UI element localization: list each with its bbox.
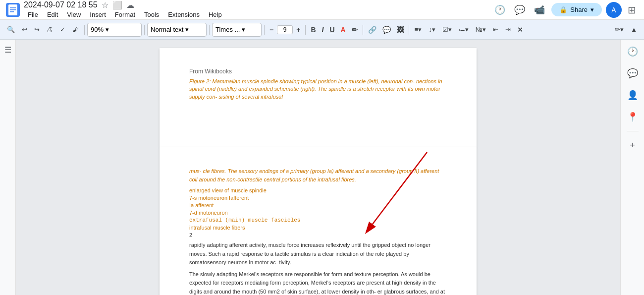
underline-button[interactable]: U bbox=[327, 24, 337, 36]
toolbar-separator-7 bbox=[409, 25, 409, 35]
toolbar-separator-2 bbox=[144, 25, 145, 35]
toolbar-separator-5 bbox=[305, 25, 306, 35]
redo-button[interactable]: ↪ bbox=[31, 24, 43, 35]
text-color-button[interactable]: A bbox=[338, 24, 348, 36]
highlight-button[interactable]: ✏ bbox=[349, 24, 360, 36]
indent-more-button[interactable]: ⇥ bbox=[502, 24, 514, 35]
left-panel: ☰ bbox=[0, 40, 16, 295]
menu-tools[interactable]: Tools bbox=[140, 10, 163, 19]
title-info: 2024-09-07 02 18 55 ☆ ⬜ ☁ File Edit View… bbox=[24, 0, 488, 19]
font-size-increase-button[interactable]: + bbox=[294, 24, 303, 36]
style-dropdown-icon: ▾ bbox=[185, 26, 189, 33]
clear-format-button[interactable]: ✕ bbox=[515, 24, 526, 36]
menu-insert[interactable]: Insert bbox=[86, 10, 110, 19]
align-button[interactable]: ≡▾ bbox=[412, 24, 425, 35]
zoom-value: 90% bbox=[91, 26, 104, 33]
share-label: Share bbox=[570, 6, 588, 13]
page-2[interactable]: mus- cle fibres. The sensory endings of … bbox=[160, 147, 477, 295]
italic-button[interactable]: I bbox=[320, 24, 326, 36]
menu-edit[interactable]: Edit bbox=[43, 10, 62, 19]
toolbar: 🔍 ↩ ↪ 🖨 ✓ 🖌 90% ▾ Normal text ▾ Times ..… bbox=[0, 20, 644, 40]
menu-help[interactable]: Help bbox=[205, 10, 226, 19]
sidebar-maps-icon[interactable]: 📍 bbox=[625, 109, 641, 125]
attribution-text: From Wikibooks bbox=[189, 68, 447, 75]
line-spacing-button[interactable]: ↕▾ bbox=[426, 24, 438, 35]
paragraph-2: The slowly adapting Merkel's receptors a… bbox=[189, 270, 447, 295]
list-item-4: 7-d motoneuron bbox=[189, 210, 447, 216]
checklist-button[interactable]: ☑▾ bbox=[439, 24, 455, 35]
font-size-control: − + bbox=[267, 24, 303, 36]
sidebar-add-icon[interactable]: + bbox=[625, 137, 641, 153]
comments-button[interactable]: 💬 bbox=[512, 2, 528, 17]
font-size-input[interactable] bbox=[277, 25, 293, 34]
app-icon bbox=[6, 3, 20, 17]
list-item-2: 7-s motoneuron Iafferent bbox=[189, 195, 447, 201]
avatar[interactable]: A bbox=[606, 2, 622, 18]
share-button[interactable]: 🔒 Share ▾ bbox=[551, 3, 602, 16]
style-dropdown[interactable]: Normal text ▾ bbox=[147, 23, 207, 37]
link-button[interactable]: 🔗 bbox=[366, 24, 379, 36]
zoom-dropdown-icon: ▾ bbox=[106, 26, 109, 33]
list-item-1: enlarged view of muscle spindle bbox=[189, 187, 447, 193]
collapse-toolbar-button[interactable]: ▲ bbox=[628, 24, 640, 35]
numbered-list-button[interactable]: №▾ bbox=[473, 24, 489, 35]
zoom-dropdown[interactable]: 90% ▾ bbox=[87, 23, 142, 37]
title-actions: 🕐 💬 📹 🔒 Share ▾ A ⊞ bbox=[492, 2, 638, 18]
image-button[interactable]: 🖼 bbox=[394, 24, 406, 36]
sidebar-meet-icon[interactable]: 👤 bbox=[625, 87, 641, 103]
svg-rect-3 bbox=[10, 11, 14, 12]
page-1[interactable]: From Wikibooks Figure 2: Mammalian muscl… bbox=[160, 48, 477, 147]
sidebar-chat-icon[interactable]: 💬 bbox=[625, 65, 641, 81]
print-button[interactable]: 🖨 bbox=[44, 24, 56, 35]
menu-format[interactable]: Format bbox=[111, 10, 139, 19]
main-area: ☰ ←2 · ←1 · | · 1 · 2 · 3 · 4 · 5 · 6 · … bbox=[0, 40, 644, 295]
svg-rect-1 bbox=[10, 7, 16, 8]
ruler: ←2 · ←1 · | · 1 · 2 · 3 · 4 · 5 · 6 · 7 … bbox=[160, 48, 477, 48]
document-area[interactable]: ←2 · ←1 · | · 1 · 2 · 3 · 4 · 5 · 6 · 7 … bbox=[16, 40, 620, 295]
menu-file[interactable]: File bbox=[24, 10, 42, 19]
history-button[interactable]: 🕐 bbox=[492, 2, 508, 17]
folder-icon[interactable]: ⬜ bbox=[112, 0, 122, 10]
lock-icon: 🔒 bbox=[559, 6, 567, 13]
list-item-5: extrafusal (main) muscle fascicles bbox=[189, 217, 447, 223]
font-family-dropdown-icon: ▾ bbox=[242, 26, 245, 33]
edit-mode-button[interactable]: ✏▾ bbox=[612, 24, 627, 35]
toolbar-separator-1 bbox=[84, 25, 85, 35]
list-item-6: intrafusal muscle fibers bbox=[189, 225, 447, 231]
bold-button[interactable]: B bbox=[308, 24, 318, 36]
bullet-list-button[interactable]: ≔▾ bbox=[456, 24, 472, 35]
font-size-decrease-button[interactable]: − bbox=[267, 24, 276, 36]
spellcheck-button[interactable]: ✓ bbox=[57, 24, 68, 35]
italic-continuation-text: mus- cle fibres. The sensory endings of … bbox=[189, 167, 447, 183]
font-family-dropdown[interactable]: Times ... ▾ bbox=[212, 23, 262, 37]
menu-extensions[interactable]: Extensions bbox=[164, 10, 204, 19]
sidebar-divider bbox=[627, 131, 639, 131]
share-dropdown-icon[interactable]: ▾ bbox=[590, 6, 594, 13]
indent-less-button[interactable]: ⇤ bbox=[490, 24, 501, 35]
style-label: Normal text bbox=[151, 26, 183, 33]
toolbar-separator-3 bbox=[209, 25, 210, 35]
svg-rect-2 bbox=[10, 9, 16, 10]
list-item-3: Ia afferent bbox=[189, 202, 447, 208]
font-family-label: Times ... bbox=[215, 26, 240, 33]
paint-format-button[interactable]: 🖌 bbox=[69, 24, 82, 35]
sidebar-history-icon[interactable]: 🕐 bbox=[625, 44, 641, 59]
meet-button[interactable]: 📹 bbox=[532, 2, 547, 17]
toolbar-separator-6 bbox=[363, 25, 363, 35]
menu-bar: File Edit View Insert Format Tools Exten… bbox=[24, 10, 488, 19]
paragraph-1: rapidly adapting afferent activity, musc… bbox=[189, 241, 447, 267]
undo-button[interactable]: ↩ bbox=[19, 24, 30, 35]
outline-icon[interactable]: ☰ bbox=[2, 44, 14, 56]
menu-view[interactable]: View bbox=[63, 10, 85, 19]
title-bar: 2024-09-07 02 18 55 ☆ ⬜ ☁ File Edit View… bbox=[0, 0, 644, 20]
toolbar-separator-4 bbox=[264, 25, 265, 35]
search-toolbar-button[interactable]: 🔍 bbox=[4, 24, 18, 35]
star-icon[interactable]: ☆ bbox=[102, 0, 108, 10]
cloud-icon[interactable]: ☁ bbox=[126, 0, 134, 10]
right-sidebar: 🕐 💬 👤 📍 + bbox=[620, 40, 644, 295]
comment-button[interactable]: 💬 bbox=[380, 24, 393, 36]
figure-caption: Figure 2: Mammalian muscle spindle showi… bbox=[189, 78, 447, 101]
page-number: 2 bbox=[189, 232, 447, 238]
document-title[interactable]: 2024-09-07 02 18 55 bbox=[24, 0, 98, 9]
more-apps-button[interactable]: ⊞ bbox=[626, 2, 638, 18]
